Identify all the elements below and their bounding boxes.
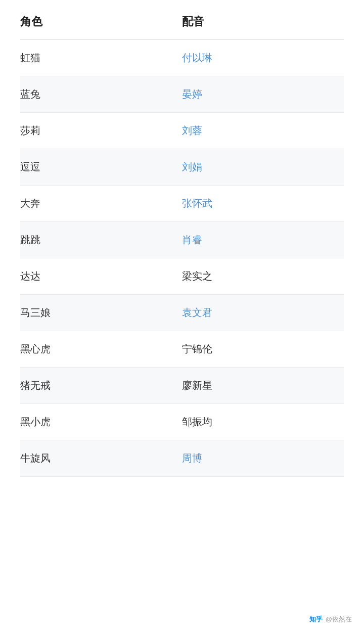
table-row: 莎莉刘蓉 [20, 113, 344, 149]
table-row: 黑心虎宁锦伦 [20, 331, 344, 368]
watermark-user: @依然在 [326, 615, 352, 624]
watermark-platform: 知乎 [309, 615, 323, 624]
table-header: 角色 配音 [20, 0, 344, 40]
role-cell: 黑心虎 [20, 342, 182, 356]
role-cell: 黑小虎 [20, 415, 182, 429]
table-body: 虹猫付以琳蓝兔晏婷莎莉刘蓉逗逗刘娟大奔张怀武跳跳肖睿达达梁实之马三娘袁文君黑心虎… [20, 40, 344, 477]
voice-cell[interactable]: 袁文君 [182, 306, 344, 320]
role-cell: 虹猫 [20, 51, 182, 65]
watermark: 知乎 @依然在 [309, 615, 352, 624]
table-row: 跳跳肖睿 [20, 222, 344, 258]
table-row: 猪无戒廖新星 [20, 368, 344, 404]
table-row: 虹猫付以琳 [20, 40, 344, 76]
table-row: 牛旋风周博 [20, 440, 344, 477]
voice-cell[interactable]: 周博 [182, 451, 344, 465]
cast-table: 角色 配音 虹猫付以琳蓝兔晏婷莎莉刘蓉逗逗刘娟大奔张怀武跳跳肖睿达达梁实之马三娘… [0, 0, 364, 477]
role-cell: 莎莉 [20, 124, 182, 138]
role-cell: 蓝兔 [20, 87, 182, 101]
role-cell: 牛旋风 [20, 451, 182, 465]
voice-cell[interactable]: 张怀武 [182, 197, 344, 210]
voice-cell[interactable]: 肖睿 [182, 233, 344, 247]
table-row: 马三娘袁文君 [20, 295, 344, 331]
table-row: 达达梁实之 [20, 258, 344, 295]
voice-cell: 廖新星 [182, 379, 344, 392]
voice-cell: 宁锦伦 [182, 342, 344, 356]
voice-column-header: 配音 [182, 14, 344, 29]
table-row: 黑小虎邹振均 [20, 404, 344, 440]
role-column-header: 角色 [20, 14, 182, 29]
role-cell: 猪无戒 [20, 379, 182, 392]
role-cell: 跳跳 [20, 233, 182, 247]
voice-cell[interactable]: 刘娟 [182, 160, 344, 174]
table-row: 逗逗刘娟 [20, 149, 344, 186]
voice-cell: 梁实之 [182, 269, 344, 283]
voice-cell[interactable]: 刘蓉 [182, 124, 344, 138]
role-cell: 达达 [20, 269, 182, 283]
role-cell: 逗逗 [20, 160, 182, 174]
voice-cell[interactable]: 晏婷 [182, 87, 344, 101]
role-cell: 大奔 [20, 197, 182, 210]
table-row: 蓝兔晏婷 [20, 76, 344, 113]
role-cell: 马三娘 [20, 306, 182, 320]
table-row: 大奔张怀武 [20, 186, 344, 222]
voice-cell: 邹振均 [182, 415, 344, 429]
voice-cell[interactable]: 付以琳 [182, 51, 344, 65]
